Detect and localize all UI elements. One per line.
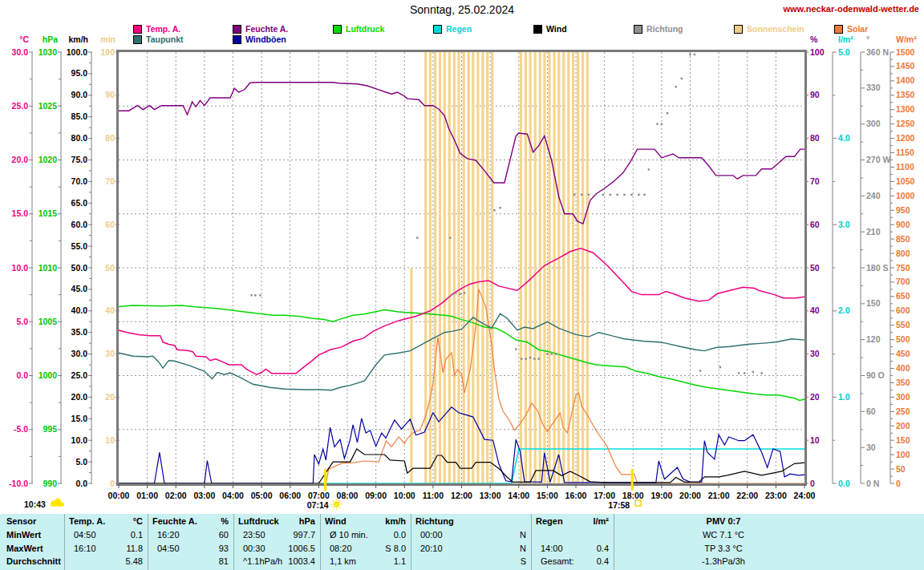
table-row-header: Durchschnitt — [6, 556, 61, 567]
svg-text:75.0: 75.0 — [71, 155, 88, 164]
sunset-icon — [635, 500, 641, 506]
svg-text:85.0: 85.0 — [71, 111, 88, 121]
legend-swatch-feuchte-a- — [233, 25, 241, 34]
svg-text:250: 250 — [896, 406, 910, 416]
time-label: 18:00 — [622, 491, 644, 500]
svg-text:60: 60 — [866, 406, 876, 416]
svg-text:270 W: 270 W — [866, 155, 890, 164]
time-label: 08:00 — [337, 491, 359, 500]
svg-text:45.0: 45.0 — [71, 284, 88, 293]
svg-text:20.0: 20.0 — [12, 155, 29, 164]
table-separator — [614, 514, 614, 570]
svg-text:1500: 1500 — [896, 47, 915, 57]
svg-text:100: 100 — [100, 47, 115, 57]
table-value: N — [412, 544, 526, 554]
svg-text:1005: 1005 — [38, 317, 58, 326]
legend-swatch-luftdruck — [333, 25, 342, 34]
legend-swatch-sonnenschein — [734, 25, 743, 34]
time-label: 05:00 — [251, 491, 273, 500]
legend-label: Regen — [446, 24, 472, 34]
legend-label: Solar — [847, 24, 868, 34]
table-value: N — [412, 530, 526, 540]
svg-text:100: 100 — [810, 47, 825, 57]
axis-header-kmh: km/h — [68, 34, 88, 44]
svg-text:100: 100 — [896, 450, 910, 459]
weather-page: { "header": {"title": "Sonntag, 25.02.20… — [0, 0, 924, 570]
table-group-header: PMV 0:7 — [615, 516, 832, 527]
time-label: 21:00 — [708, 491, 730, 500]
svg-text:80: 80 — [810, 133, 820, 143]
svg-text:4.0: 4.0 — [838, 133, 850, 143]
svg-text:5.0: 5.0 — [75, 457, 87, 467]
time-label: 11:00 — [423, 491, 444, 500]
svg-text:-10.0: -10.0 — [9, 479, 28, 488]
svg-text:70: 70 — [105, 176, 115, 186]
svg-text:90 O: 90 O — [866, 370, 885, 380]
table-row-header: Sensor — [6, 516, 36, 527]
legend-label: Sonnenschein — [747, 24, 804, 34]
svg-text:0: 0 — [896, 479, 901, 488]
axis-wm2: W/m²050100150200250300350400450500550600… — [890, 34, 917, 488]
svg-text:1000: 1000 — [38, 370, 58, 380]
table-value: 1006.5 — [235, 544, 315, 554]
website-link[interactable]: www.neckar-odenwald-wetter.de — [783, 4, 919, 14]
svg-text:65.0: 65.0 — [71, 198, 88, 208]
table-separator — [320, 514, 321, 570]
table-row-header: MinWert — [6, 530, 41, 540]
svg-text:40: 40 — [105, 305, 115, 315]
svg-text:0.0: 0.0 — [838, 479, 850, 488]
svg-text:30: 30 — [810, 349, 820, 358]
table-value: 93 — [149, 544, 229, 554]
svg-text:15.0: 15.0 — [71, 414, 88, 423]
svg-text:400: 400 — [896, 363, 910, 373]
svg-text:5.0: 5.0 — [838, 47, 850, 57]
time-label: 00:00 — [108, 491, 130, 500]
table-separator — [411, 514, 411, 570]
svg-text:0: 0 — [810, 479, 815, 488]
legend-swatch-regen — [433, 25, 442, 34]
plot-border — [118, 51, 806, 485]
weather-chart: °C-10.0-5.00.05.010.015.020.025.030.0hPa… — [0, 0, 924, 511]
table-value: 0.4 — [533, 544, 609, 554]
svg-text:60: 60 — [810, 220, 820, 229]
table-unit: l/m² — [533, 516, 609, 527]
axis-header-min: min — [100, 34, 116, 44]
svg-text:100.0: 100.0 — [67, 47, 87, 57]
svg-text:150: 150 — [866, 298, 881, 308]
svg-text:1.0: 1.0 — [838, 392, 850, 402]
svg-text:1250: 1250 — [896, 119, 915, 128]
table-value: S 8.0 — [322, 544, 406, 554]
svg-text:10.0: 10.0 — [71, 435, 88, 445]
svg-text:600: 600 — [896, 305, 910, 315]
svg-text:900: 900 — [896, 220, 910, 229]
table-group-header: Richtung — [415, 516, 454, 527]
legend-swatch-richtung — [634, 25, 642, 34]
legend-label: Luftdruck — [346, 24, 384, 34]
svg-text:10.0: 10.0 — [12, 263, 29, 273]
svg-text:990: 990 — [43, 479, 57, 488]
time-label: 12:00 — [451, 491, 472, 500]
svg-text:50.0: 50.0 — [71, 263, 88, 273]
table-unit: °C — [66, 516, 143, 527]
svg-text:1300: 1300 — [896, 104, 915, 114]
time-label: 14:00 — [508, 491, 529, 500]
sunrise-icon — [331, 499, 342, 510]
time-label: 17:00 — [594, 491, 615, 500]
svg-text:350: 350 — [896, 378, 910, 387]
svg-text:95.0: 95.0 — [71, 68, 88, 78]
table-value: 0.4 — [533, 556, 609, 567]
svg-text:360 N: 360 N — [866, 47, 889, 57]
svg-text:995: 995 — [43, 424, 57, 434]
table-row-header: MaxWert — [6, 544, 43, 554]
axis-deg: °0 N306090 O120150180 S210240270 W300330… — [861, 34, 890, 488]
svg-text:1030: 1030 — [38, 47, 58, 57]
svg-text:60.0: 60.0 — [71, 220, 88, 229]
series-temp-a- — [119, 249, 804, 374]
svg-text:800: 800 — [896, 249, 910, 258]
time-label: 16:00 — [565, 491, 587, 500]
table-value: 997.7 — [235, 530, 315, 540]
table-separator — [64, 514, 65, 570]
svg-text:0.0: 0.0 — [16, 370, 28, 380]
svg-text:50: 50 — [810, 263, 820, 273]
svg-text:60: 60 — [105, 220, 115, 229]
